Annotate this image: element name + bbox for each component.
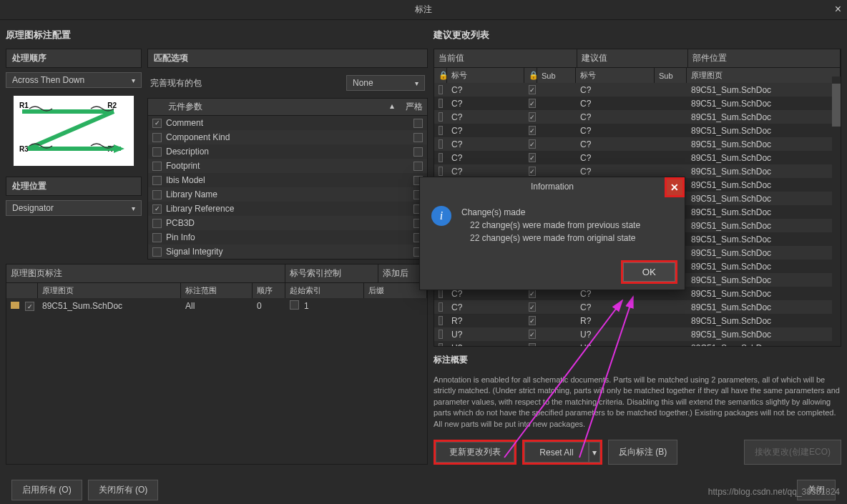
position-dropdown[interactable]: Designator <box>6 200 142 216</box>
param-check[interactable] <box>152 219 162 228</box>
order-diagram: R1 R2 R3 R4 <box>13 95 134 167</box>
change-row[interactable]: C? ✓ C? 89C51_Sum.SchDoc <box>434 83 841 97</box>
param-grid: 元件参数 ▴ 严格 ✓CommentComponent KindDescript… <box>147 98 428 260</box>
reset-dropdown[interactable]: ▾ <box>589 442 600 463</box>
param-row[interactable]: Footprint <box>148 159 427 173</box>
summary-text: Annotation is enabled for all schematic … <box>434 373 841 431</box>
param-check[interactable] <box>152 133 162 142</box>
match-header: 匹配选项 <box>147 49 428 68</box>
param-row[interactable]: ✓Library Reference <box>148 202 427 216</box>
param-row[interactable]: ✓Comment <box>148 116 427 130</box>
param-row[interactable]: Signal Integrity <box>148 244 427 259</box>
enable-all-button[interactable]: 启用所有 (O) <box>11 480 82 500</box>
info-dialog: Information ✕ i Change(s) made 22 change… <box>419 177 685 290</box>
strict-check[interactable] <box>413 162 423 171</box>
accept-button: 接收更改(创建ECO) <box>744 440 841 465</box>
reset-button[interactable]: Reset All <box>524 442 589 463</box>
change-row[interactable]: C? ✓ C? 89C51_Sum.SchDoc <box>434 124 841 137</box>
left-section-header: 原理图标注配置 <box>6 26 428 44</box>
change-row[interactable]: C? ✓ C? 89C51_Sum.SchDoc <box>434 151 841 164</box>
update-button[interactable]: 更新更改列表 <box>436 442 514 463</box>
back-annotate-button[interactable]: 反向标注 (B) <box>608 440 677 465</box>
change-row[interactable]: C? ✓ C? 89C51_Sum.SchDoc <box>434 137 841 151</box>
param-row[interactable]: Library Name <box>148 187 427 202</box>
close-icon[interactable]: × <box>835 3 841 16</box>
position-header: 处理位置 <box>6 177 142 196</box>
refine-label: 完善现有的包 <box>150 77 202 89</box>
sheet-icon <box>11 302 19 309</box>
changes-header: 建议更改列表 <box>434 26 841 44</box>
title-bar: 标注 × <box>0 0 847 20</box>
param-row[interactable]: Ibis Model <box>148 173 427 187</box>
param-check[interactable] <box>152 247 162 257</box>
param-row[interactable]: Component Kind <box>148 130 427 144</box>
param-check[interactable] <box>152 176 162 185</box>
strict-check[interactable] <box>413 133 423 142</box>
change-row[interactable]: R? ✓ R? 89C51_Sum.SchDoc <box>434 314 841 327</box>
strict-check[interactable] <box>413 119 423 128</box>
info-close-button[interactable]: ✕ <box>665 177 685 197</box>
refine-dropdown[interactable]: None <box>346 75 425 91</box>
change-row[interactable]: C? ✓ C? 89C51_Sum.SchDoc <box>434 97 841 110</box>
info-icon: i <box>431 206 451 226</box>
strict-check[interactable] <box>413 147 423 157</box>
param-check[interactable] <box>152 147 162 157</box>
info-title: Information <box>531 182 574 192</box>
scrollbar[interactable] <box>832 76 841 346</box>
sheet-check[interactable]: ✓ <box>25 302 34 311</box>
param-check[interactable] <box>152 162 162 171</box>
sheet-grid: 原理图页标注 标号索引控制 添加后 原理图页 标注范围 顺序 起始索引 后缀 ✓… <box>6 264 428 465</box>
param-check[interactable]: ✓ <box>152 119 162 128</box>
sheet-row[interactable]: ✓ 89C51_Sum.SchDoc All 0 1 <box>6 298 427 314</box>
param-row[interactable]: PCB3D <box>148 216 427 230</box>
change-row[interactable]: C? ✓ C? 89C51_Sum.SchDoc <box>434 110 841 124</box>
order-dropdown[interactable]: Across Then Down <box>6 72 142 88</box>
change-row[interactable]: U? ✓ U? 89C51_Sum.SchDoc <box>434 341 841 347</box>
param-check[interactable] <box>152 233 162 242</box>
change-row[interactable]: U? ✓ U? 89C51_Sum.SchDoc <box>434 327 841 341</box>
info-text: Change(s) made 22 change(s) were made fr… <box>461 206 640 244</box>
param-row[interactable]: Description <box>148 144 427 159</box>
param-row[interactable]: Pin Info <box>148 230 427 244</box>
param-check[interactable] <box>152 190 162 199</box>
watermark: https://blog.csdn.net/qq_38351824 <box>708 487 840 497</box>
param-check[interactable]: ✓ <box>152 204 162 214</box>
order-header: 处理顺序 <box>6 49 142 68</box>
info-ok-button[interactable]: OK <box>623 262 675 282</box>
change-row[interactable]: C? ✓ C? 89C51_Sum.SchDoc <box>434 300 841 314</box>
disable-all-button[interactable]: 关闭所有 (O) <box>88 480 159 500</box>
window-title: 标注 <box>415 4 432 16</box>
summary-header: 标注概要 <box>434 351 841 369</box>
